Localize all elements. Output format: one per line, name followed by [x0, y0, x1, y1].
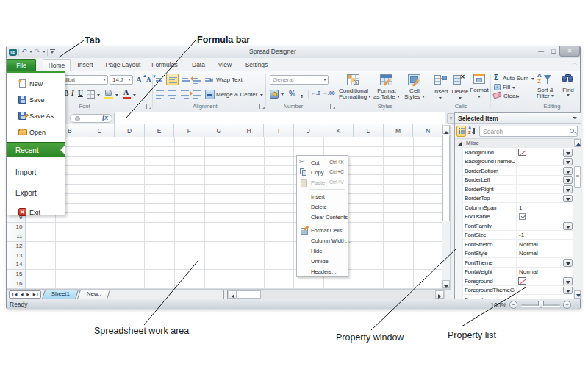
scroll-left-icon[interactable] — [229, 290, 237, 299]
decrease-indent-button[interactable] — [193, 76, 201, 85]
close-button[interactable]: ✕ — [559, 46, 580, 57]
file-menu-item-export[interactable]: Export — [7, 186, 65, 200]
context-menu-item-format-cells[interactable]: Format Cells — [297, 226, 348, 236]
column-header-H[interactable]: H — [234, 124, 265, 138]
checkbox-checked-icon[interactable] — [519, 213, 526, 220]
column-header-C[interactable]: C — [85, 124, 115, 138]
category-row-misc[interactable]: Misc — [455, 139, 573, 148]
fill-dropdown-icon[interactable] — [512, 87, 515, 89]
align-bottom-button[interactable] — [182, 76, 190, 83]
fill-color-button[interactable] — [104, 90, 114, 99]
property-row-borderbottom[interactable]: BorderBottom — [455, 166, 573, 176]
file-menu-item-save[interactable]: Save — [7, 94, 65, 107]
align-right-button[interactable] — [181, 90, 189, 100]
property-row-columnspan[interactable]: ColumnSpan1 — [455, 203, 573, 213]
property-row-foreground[interactable]: Foreground — [455, 276, 573, 286]
row-header-13[interactable]: 13 — [7, 251, 26, 261]
column-header-D[interactable]: D — [115, 124, 145, 138]
tab-data[interactable]: Data — [184, 59, 213, 71]
row-header-12[interactable]: 12 — [7, 242, 26, 251]
property-dropdown-icon[interactable] — [563, 176, 573, 185]
property-row-fontfamily[interactable]: FontFamily — [455, 221, 573, 231]
find-button[interactable]: Find — [558, 73, 578, 110]
first-sheet-icon[interactable]: ❙◀ — [11, 291, 17, 298]
qat-menu-icon[interactable] — [51, 51, 54, 54]
redo-icon[interactable]: ↷ — [35, 47, 40, 57]
vertical-scroll-thumb[interactable] — [442, 135, 450, 221]
align-center-button[interactable] — [168, 90, 176, 100]
cells-grid[interactable] — [26, 138, 442, 289]
row-header-16[interactable]: 16 — [7, 279, 26, 289]
context-menu-item-insert[interactable]: Insert — [297, 191, 348, 201]
grow-font-button[interactable]: A ▲ — [136, 74, 146, 85]
row-header-14[interactable]: 14 — [7, 260, 26, 270]
undo-dropdown-icon[interactable] — [29, 51, 32, 53]
formula-input[interactable] — [115, 113, 445, 124]
font-dialog-launcher[interactable] — [146, 104, 151, 109]
property-scroll-thumb[interactable] — [574, 166, 581, 188]
wrap-text-button[interactable]: Wrap Text — [216, 76, 243, 83]
clear-dropdown-icon[interactable] — [517, 96, 520, 98]
property-row-foregroundthemecolor[interactable]: ForegroundThemeColor — [455, 286, 573, 296]
scroll-down-icon[interactable] — [442, 280, 450, 288]
font-color-button[interactable]: A — [123, 89, 132, 99]
context-menu-item-headers[interactable]: Headers... — [297, 266, 348, 276]
context-menu-item-cut[interactable]: ✂CutCtrl+X — [297, 157, 348, 168]
align-middle-button-selected[interactable] — [166, 74, 179, 85]
property-row-bordertop[interactable]: BorderTop — [455, 194, 573, 204]
font-size-combo[interactable]: 14.7 — [110, 75, 133, 85]
decrease-decimal-button[interactable]: →.00 — [323, 90, 335, 96]
property-row-background[interactable]: Background — [455, 148, 573, 157]
property-dropdown-icon[interactable] — [563, 259, 573, 267]
currency-dropdown-icon[interactable] — [281, 93, 284, 96]
fill-button[interactable]: Fill — [503, 84, 510, 90]
shrink-font-button[interactable]: A ▼ — [146, 75, 155, 85]
property-value[interactable]: Normal — [519, 241, 538, 248]
merge-center-button[interactable]: Merge & Center — [216, 91, 257, 98]
property-row-fontweight[interactable]: FontWeightNormal — [455, 268, 573, 277]
borders-dropdown-icon[interactable] — [97, 94, 100, 96]
tab-formulas[interactable]: Formulas — [141, 59, 188, 71]
property-row-formatter[interactable]: Formatter — [455, 295, 573, 299]
column-header-M[interactable]: M — [384, 124, 414, 138]
undo-icon[interactable]: ↶ — [21, 47, 27, 57]
property-value[interactable]: Normal — [519, 268, 538, 275]
property-dropdown-icon[interactable] — [563, 158, 573, 166]
property-scroll-down-icon[interactable] — [574, 290, 581, 299]
property-value[interactable]: 1 — [519, 204, 522, 211]
spreadsheet-area[interactable]: ABCDEFGHIJKLMN 12345678910111213141516 — [7, 124, 451, 289]
number-format-combo[interactable]: General — [270, 75, 329, 85]
auto-sum-button[interactable]: Auto Sum — [503, 75, 528, 82]
clear-button[interactable]: Clear — [503, 93, 517, 99]
row-header-10[interactable]: 10 — [7, 223, 26, 232]
selected-item-header[interactable]: Selected Item — [455, 113, 581, 124]
vertical-scrollbar[interactable] — [442, 125, 451, 289]
context-menu-item-column-width[interactable]: Column Width... — [297, 236, 348, 246]
property-row-fontstretch[interactable]: FontStretchNormal — [455, 240, 573, 249]
align-left-button[interactable] — [156, 90, 164, 100]
column-header-I[interactable]: I — [264, 124, 294, 138]
property-dropdown-icon[interactable] — [563, 149, 573, 157]
property-row-focusable[interactable]: Focusable — [455, 213, 573, 222]
column-header-N[interactable]: N — [413, 124, 443, 138]
property-dropdown-icon[interactable] — [563, 195, 573, 203]
percent-button[interactable]: % — [289, 90, 295, 98]
insert-cells-button[interactable]: Insert — [431, 73, 450, 110]
column-header-G[interactable]: G — [204, 124, 234, 138]
property-dropdown-icon[interactable] — [563, 167, 573, 175]
italic-button[interactable]: I — [71, 90, 74, 97]
comma-button[interactable]: , — [301, 88, 303, 99]
context-menu-item-delete[interactable]: Delete — [297, 201, 348, 212]
increase-indent-button[interactable] — [193, 90, 201, 100]
scroll-right-icon[interactable] — [435, 290, 444, 299]
property-row-backgroundthemecolor[interactable]: BackgroundThemeColor — [455, 157, 573, 167]
fx-icon[interactable]: fx — [102, 113, 108, 121]
property-row-borderright[interactable]: BorderRight — [455, 185, 573, 194]
row-header-11[interactable]: 11 — [7, 232, 26, 242]
scroll-up-icon[interactable] — [442, 126, 450, 134]
property-value[interactable]: Normal — [519, 250, 538, 257]
cell-styles-button[interactable]: Cell Styles — [402, 73, 427, 110]
zoom-slider-thumb[interactable] — [538, 301, 544, 308]
alphabetical-sort-button[interactable]: A Z — [467, 126, 478, 137]
borders-button[interactable] — [87, 90, 95, 99]
